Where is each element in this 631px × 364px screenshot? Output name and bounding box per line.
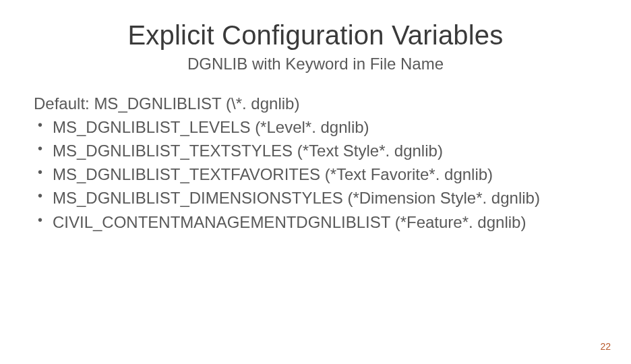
list-item: MS_DGNLIBLIST_DIMENSIONSTYLES (*Dimensio… [34,187,597,209]
page-number: 22 [600,341,611,352]
list-item: MS_DGNLIBLIST_LEVELS (*Level*. dgnlib) [34,116,597,138]
list-item: CIVIL_CONTENTMANAGEMENTDGNLIBLIST (*Feat… [34,211,597,233]
list-item: MS_DGNLIBLIST_TEXTSTYLES (*Text Style*. … [34,140,597,162]
page-subtitle: DGNLIB with Keyword in File Name [34,55,597,73]
bullet-list: MS_DGNLIBLIST_LEVELS (*Level*. dgnlib) M… [34,116,597,233]
list-item: MS_DGNLIBLIST_TEXTFAVORITES (*Text Favor… [34,163,597,185]
page-title: Explicit Configuration Variables [34,20,597,51]
content-block: Default: MS_DGNLIBLIST (\*. dgnlib) MS_D… [34,92,597,233]
default-line: Default: MS_DGNLIBLIST (\*. dgnlib) [34,92,597,115]
